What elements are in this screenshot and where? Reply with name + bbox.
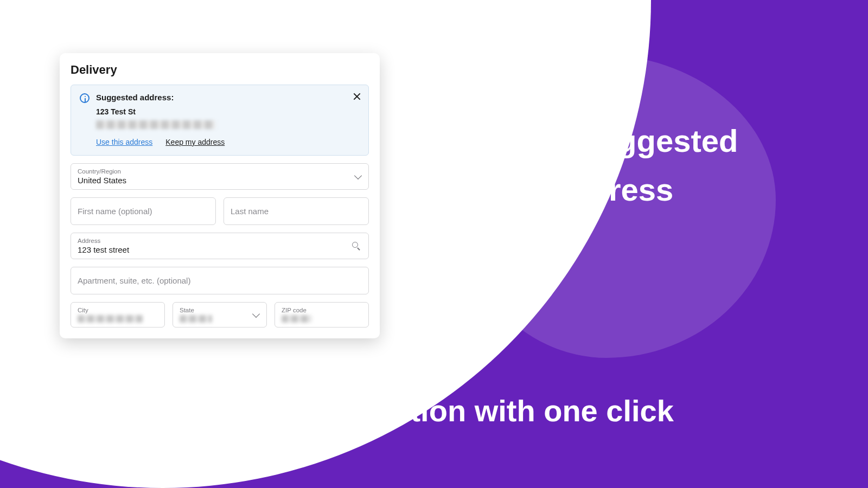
zip-label: ZIP code xyxy=(282,307,362,313)
use-this-address-link[interactable]: Use this address xyxy=(96,138,152,146)
apartment-placeholder: Apartment, suite, etc. (optional) xyxy=(78,276,362,285)
address-label: Address xyxy=(78,237,362,244)
apartment-field[interactable]: Apartment, suite, etc. (optional) xyxy=(71,267,369,294)
last-name-placeholder: Last name xyxy=(231,207,362,216)
country-label: Country/Region xyxy=(78,168,362,175)
close-icon[interactable] xyxy=(352,92,362,101)
keep-my-address-link[interactable]: Keep my address xyxy=(165,138,225,146)
city-value-redacted xyxy=(78,315,143,323)
search-icon xyxy=(352,242,361,251)
suggested-address-box: Suggested address: 123 Test St Use this … xyxy=(71,85,369,156)
last-name-field[interactable]: Last name xyxy=(224,197,369,225)
marketing-background: Show suggested address Accept suggestion… xyxy=(0,0,868,488)
zip-value-redacted xyxy=(282,315,311,323)
info-icon xyxy=(80,93,90,103)
state-select[interactable]: State xyxy=(173,302,267,328)
suggested-address-label: Suggested address: xyxy=(96,93,360,102)
first-name-field[interactable]: First name (optional) xyxy=(71,197,216,225)
state-value-redacted xyxy=(180,315,212,323)
suggested-address-line1: 123 Test St xyxy=(96,107,360,116)
headline-right: Show suggested address xyxy=(477,117,749,214)
city-field[interactable]: City xyxy=(71,302,165,328)
delivery-card: Delivery Suggested address: 123 Test St … xyxy=(60,53,380,338)
suggested-address-line2-redacted xyxy=(96,120,215,129)
first-name-placeholder: First name (optional) xyxy=(78,207,209,216)
card-title: Delivery xyxy=(71,63,369,77)
address-field[interactable]: Address 123 test street xyxy=(71,233,369,259)
country-select[interactable]: Country/Region United States xyxy=(71,163,369,190)
headline-bottom: Accept suggestion with one click xyxy=(0,393,868,428)
address-value: 123 test street xyxy=(78,245,362,254)
zip-field[interactable]: ZIP code xyxy=(275,302,369,328)
city-label: City xyxy=(78,307,158,313)
country-value: United States xyxy=(78,176,362,185)
state-label: State xyxy=(180,307,260,313)
